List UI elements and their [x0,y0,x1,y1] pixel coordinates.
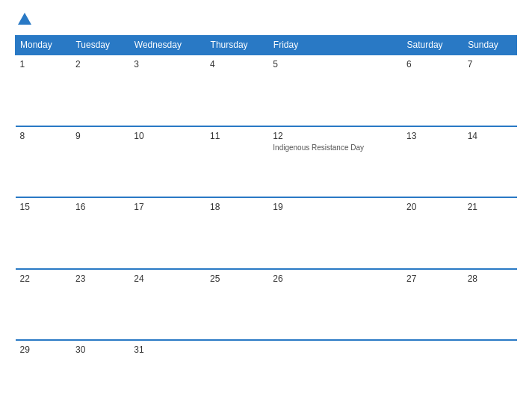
svg-marker-0 [18,13,31,25]
day-number: 16 [75,202,125,212]
weekday-header-row: MondayTuesdayWednesdayThursdayFridaySatu… [16,36,517,55]
day-number: 17 [134,202,201,212]
calendar-week-row: 15161718192021 [16,197,517,269]
calendar-cell: 8 [16,126,71,198]
calendar-cell: 17 [129,197,205,269]
day-number: 5 [273,59,398,69]
calendar-cell: 20 [402,197,463,269]
day-number: 26 [273,274,398,284]
calendar-cell [268,340,402,400]
day-number: 6 [406,59,459,69]
day-number: 21 [468,202,513,212]
day-number: 31 [134,344,201,355]
day-number: 12 [273,131,398,141]
day-number: 7 [468,59,513,69]
day-number: 27 [406,274,459,284]
calendar-cell: 6 [402,55,463,126]
day-number: 15 [20,202,66,212]
calendar-header [15,11,517,28]
day-number: 10 [134,131,201,141]
calendar-cell: 25 [205,269,268,341]
calendar-cell: 28 [463,269,517,341]
calendar-cell [402,340,463,400]
day-number: 19 [273,202,398,212]
calendar-cell: 26 [268,269,402,341]
day-number: 8 [20,131,66,141]
day-number: 11 [210,131,264,141]
logo [15,11,33,28]
day-number: 25 [210,274,264,284]
calendar-cell: 9 [71,126,129,198]
calendar-week-row: 89101112Indigenous Resistance Day1314 [16,126,517,198]
day-number: 2 [75,59,125,69]
calendar-week-row: 293031 [16,340,517,400]
weekday-header-thursday: Thursday [205,36,268,55]
day-number: 24 [134,274,201,284]
calendar-cell: 15 [16,197,71,269]
calendar-cell: 29 [16,340,71,400]
day-number: 14 [468,131,513,141]
calendar-cell: 4 [205,55,268,126]
calendar-cell: 31 [129,340,205,400]
day-number: 3 [134,59,201,69]
calendar-week-row: 22232425262728 [16,269,517,341]
calendar-week-row: 1234567 [16,55,517,126]
weekday-header-saturday: Saturday [402,36,463,55]
calendar-cell: 2 [71,55,129,126]
calendar-cell: 16 [71,197,129,269]
day-number: 9 [75,131,125,141]
weekday-header-sunday: Sunday [463,36,517,55]
calendar-cell: 23 [71,269,129,341]
calendar-cell: 30 [71,340,129,400]
calendar-cell: 22 [16,269,71,341]
day-number: 13 [406,131,459,141]
weekday-header-wednesday: Wednesday [129,36,205,55]
day-number: 29 [20,344,66,355]
calendar-cell: 5 [268,55,402,126]
weekday-header-tuesday: Tuesday [71,36,129,55]
day-number: 23 [75,274,125,284]
calendar-cell: 1 [16,55,71,126]
weekday-header-monday: Monday [16,36,71,55]
calendar-cell: 19 [268,197,402,269]
calendar-cell: 10 [129,126,205,198]
day-number: 28 [468,274,513,284]
calendar-container: MondayTuesdayWednesdayThursdayFridaySatu… [0,0,532,411]
logo-icon [16,11,33,28]
calendar-cell: 3 [129,55,205,126]
calendar-cell: 7 [463,55,517,126]
calendar-cell: 24 [129,269,205,341]
holiday-name: Indigenous Resistance Day [273,143,398,152]
day-number: 1 [20,59,66,69]
calendar-cell: 12Indigenous Resistance Day [268,126,402,198]
calendar-cell: 21 [463,197,517,269]
day-number: 4 [210,59,264,69]
calendar-cell: 27 [402,269,463,341]
calendar-cell: 14 [463,126,517,198]
day-number: 30 [75,344,125,355]
calendar-cell: 13 [402,126,463,198]
day-number: 18 [210,202,264,212]
calendar-table: MondayTuesdayWednesdayThursdayFridaySatu… [15,35,517,400]
calendar-cell: 11 [205,126,268,198]
calendar-cell: 18 [205,197,268,269]
day-number: 20 [406,202,459,212]
calendar-cell [463,340,517,400]
day-number: 22 [20,274,66,284]
weekday-header-friday: Friday [268,36,402,55]
calendar-cell [205,340,268,400]
